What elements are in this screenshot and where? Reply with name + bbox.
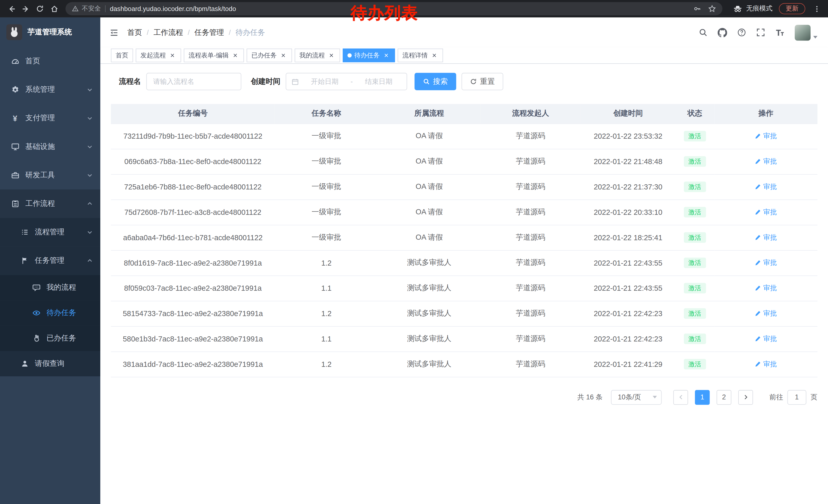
col-create-time: 创建时间 <box>581 104 675 124</box>
password-key-icon[interactable] <box>693 5 701 13</box>
approve-link[interactable]: 审批 <box>755 156 777 166</box>
incognito-icon <box>733 4 742 13</box>
sidebar-item-system-management[interactable]: 系统管理 <box>0 75 100 104</box>
cell-status: 激活 <box>675 124 714 149</box>
start-date-placeholder[interactable]: 开始日期 <box>302 77 347 86</box>
close-icon[interactable] <box>327 51 335 59</box>
sidebar-item-process-management[interactable]: 流程管理 <box>0 218 100 246</box>
forward-icon[interactable] <box>18 2 33 16</box>
back-icon[interactable] <box>4 2 18 16</box>
sidebar-item-dev-tools[interactable]: 研发工具 <box>0 161 100 189</box>
page-button-2[interactable]: 2 <box>717 390 732 405</box>
range-separator: - <box>350 78 353 86</box>
sidebar-item-todo-tasks[interactable]: 待办任务 <box>0 300 100 326</box>
close-icon[interactable] <box>232 51 239 59</box>
sidebar-collapse-icon[interactable] <box>100 28 127 37</box>
bookmark-star-icon[interactable] <box>708 5 716 13</box>
menu-dots-icon[interactable] <box>810 2 824 16</box>
search-button[interactable]: 搜索 <box>415 73 456 90</box>
reset-button[interactable]: 重置 <box>461 73 503 90</box>
tab-start-process[interactable]: 发起流程 <box>136 48 181 62</box>
help-icon[interactable] <box>737 28 746 37</box>
close-icon[interactable] <box>279 51 287 59</box>
avatar[interactable] <box>795 25 811 41</box>
edit-pencil-icon <box>755 133 761 139</box>
tab-todo-tasks[interactable]: 待办任务 <box>343 48 395 62</box>
cell-actions: 审批 <box>714 250 818 276</box>
next-page-button[interactable] <box>738 390 753 405</box>
cell-create-time: 2022-01-22 18:25:41 <box>581 225 675 250</box>
status-badge: 激活 <box>684 207 706 217</box>
breadcrumb: 首页 工作流程 任务管理 待办任务 <box>127 28 275 37</box>
home-icon[interactable] <box>47 2 61 16</box>
tab-done-tasks[interactable]: 已办任务 <box>247 48 292 62</box>
status-badge: 激活 <box>684 156 706 167</box>
approve-link[interactable]: 审批 <box>755 132 777 141</box>
font-size-icon[interactable] <box>775 28 785 37</box>
sidebar-item-task-management[interactable]: 任务管理 <box>0 246 100 275</box>
close-icon[interactable] <box>430 51 439 59</box>
github-icon[interactable] <box>718 28 727 37</box>
goto-page-input[interactable] <box>787 390 806 405</box>
page-button-1[interactable]: 1 <box>695 390 710 405</box>
date-range-picker[interactable]: 开始日期 - 结束日期 <box>286 73 407 90</box>
sidebar-item-done-tasks[interactable]: 已办任务 <box>0 326 100 351</box>
cell-starter: 芋道源码 <box>481 326 581 352</box>
edit-pencil-icon <box>755 260 761 266</box>
close-icon[interactable] <box>382 51 390 59</box>
approve-link[interactable]: 审批 <box>755 208 777 217</box>
close-icon[interactable] <box>169 51 176 59</box>
table-row: a6aba0a4-7b6d-11ec-b781-acde48001122 一级审… <box>111 225 818 250</box>
search-icon[interactable] <box>699 28 708 37</box>
approve-link[interactable]: 审批 <box>755 258 777 268</box>
approve-link[interactable]: 审批 <box>755 334 777 343</box>
prev-page-button[interactable] <box>673 390 688 405</box>
cell-process: 测试多审批人 <box>378 250 480 276</box>
cell-create-time: 2022-01-21 22:42:23 <box>581 326 675 352</box>
approve-link[interactable]: 审批 <box>755 233 777 242</box>
chevron-down-icon <box>87 87 93 93</box>
user-menu[interactable] <box>795 25 818 41</box>
sidebar-item-leave-query[interactable]: 请假查询 <box>0 351 100 376</box>
approve-link[interactable]: 审批 <box>755 309 777 318</box>
fullscreen-icon[interactable] <box>756 28 765 37</box>
eye-icon <box>32 308 41 317</box>
tab-home[interactable]: 首页 <box>111 48 133 62</box>
cell-task-name: 1.2 <box>275 250 378 276</box>
process-name-input[interactable] <box>146 73 241 90</box>
tab-form-edit[interactable]: 流程表单-编辑 <box>184 48 244 62</box>
sidebar-item-payment-management[interactable]: ¥ 支付管理 <box>0 104 100 133</box>
breadcrumb-home[interactable]: 首页 <box>127 28 153 37</box>
breadcrumb-workflow[interactable]: 工作流程 <box>153 28 195 37</box>
app-logo[interactable]: 芋道管理系统 <box>0 17 100 47</box>
total-count: 共 16 条 <box>577 393 603 402</box>
page-size-select[interactable]: 10条/页 <box>611 390 662 405</box>
approve-link[interactable]: 审批 <box>755 359 777 369</box>
cell-status: 激活 <box>675 199 714 225</box>
tab-process-detail[interactable]: 流程详情 <box>398 48 443 62</box>
sidebar-item-home[interactable]: 首页 <box>0 47 100 75</box>
task-table-body: 73211d9d-7b9b-11ec-b5b7-acde48001122 一级审… <box>111 124 818 377</box>
sidebar-item-infrastructure[interactable]: 基础设施 <box>0 133 100 161</box>
cell-task-name: 1.2 <box>275 352 378 377</box>
cell-task-id: 725a1eb6-7b88-11ec-8ef0-acde48001122 <box>111 174 275 199</box>
cell-status: 激活 <box>675 250 714 276</box>
sidebar-item-my-processes[interactable]: 我的流程 <box>0 275 100 301</box>
cell-task-name: 1.1 <box>275 276 378 301</box>
edit-pencil-icon <box>755 158 761 165</box>
reload-icon[interactable] <box>33 2 47 16</box>
table-row: 381aa1dd-7ac8-11ec-a9e2-a2380e71991a 1.2… <box>111 352 818 377</box>
approve-link[interactable]: 审批 <box>755 283 777 293</box>
app-navbar: 首页 工作流程 任务管理 待办任务 <box>100 17 828 47</box>
tab-my-processes[interactable]: 我的流程 <box>295 48 340 62</box>
sidebar-item-workflow[interactable]: 工作流程 <box>0 189 100 218</box>
breadcrumb-task-management[interactable]: 任务管理 <box>195 28 236 37</box>
update-button[interactable]: 更新 <box>779 3 805 14</box>
end-date-placeholder[interactable]: 结束日期 <box>356 77 402 86</box>
status-badge: 激活 <box>684 308 706 319</box>
cell-actions: 审批 <box>714 326 818 352</box>
approve-link[interactable]: 审批 <box>755 182 777 191</box>
cell-actions: 审批 <box>714 352 818 377</box>
cell-process: 测试多审批人 <box>378 301 480 326</box>
security-warning[interactable]: 不安全 <box>72 4 101 13</box>
